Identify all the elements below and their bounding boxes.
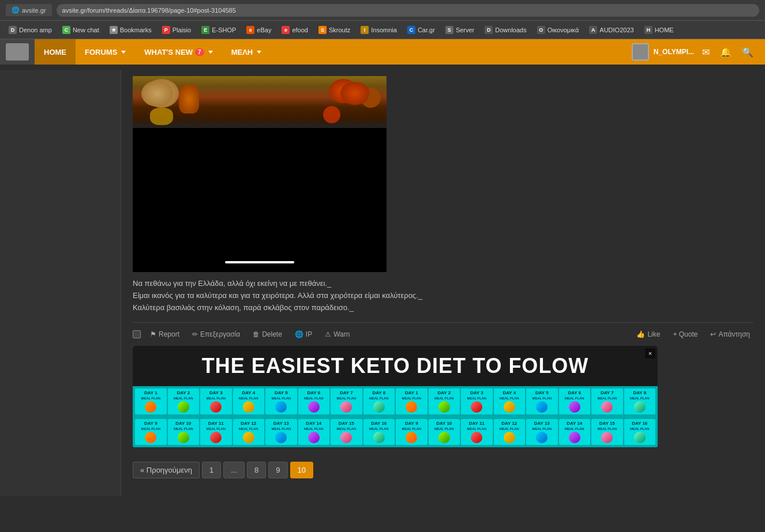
bookmark-skroutz[interactable]: S Skroutz bbox=[314, 25, 354, 35]
bookmark-downloads[interactable]: D Downloads bbox=[481, 25, 530, 35]
bookmark-insomnia[interactable]: I Insomnia bbox=[357, 25, 401, 35]
denon-icon: D bbox=[9, 26, 17, 34]
report-button[interactable]: Report bbox=[147, 329, 183, 340]
avatar bbox=[632, 43, 649, 61]
ip-button[interactable]: IP bbox=[291, 329, 316, 340]
tab-title: avsite.gr bbox=[22, 7, 46, 14]
page-8-button[interactable]: 8 bbox=[247, 462, 266, 478]
downloads-icon: D bbox=[485, 26, 493, 34]
ad-days-row2: DAY 9MEAL PLANDAY 10MEAL PLANDAY 11MEAL … bbox=[133, 417, 658, 447]
ad-day-3: DAY 11MEAL PLAN bbox=[200, 419, 232, 445]
ad-day-2: DAY 2MEAL PLAN bbox=[168, 388, 200, 414]
ad-close-button[interactable]: × bbox=[645, 348, 655, 359]
ad-day-8: DAY 8MEAL PLAN bbox=[363, 388, 395, 414]
nav-forums[interactable]: FORUMS bbox=[76, 39, 135, 65]
ad-day-6: DAY 6MEAL PLAN bbox=[298, 388, 330, 414]
ad-day-6: DAY 14MEAL PLAN bbox=[298, 419, 330, 445]
notifications-icon[interactable]: 🔔 bbox=[718, 44, 734, 60]
ad-headline: THE EASIEST KETO DIET TO FOLOW bbox=[133, 346, 658, 386]
page-10-button[interactable]: 10 bbox=[290, 462, 313, 478]
ad-day-9: DAY 1MEAL PLAN bbox=[396, 388, 427, 414]
bookmark-home[interactable]: H HOME bbox=[640, 25, 678, 35]
bookmark-oikonomika[interactable]: O Οικονομικά bbox=[533, 25, 583, 35]
post-checkbox[interactable] bbox=[133, 330, 141, 338]
post-video-player[interactable] bbox=[133, 128, 387, 272]
url-text: avsite.gr/forum/threads/Δίαιτα.196798/pa… bbox=[62, 7, 236, 14]
oikonomika-icon: O bbox=[537, 26, 545, 34]
ad-day-12: DAY 4MEAL PLAN bbox=[494, 388, 526, 414]
ad-day-4: DAY 4MEAL PLAN bbox=[233, 388, 265, 414]
ad-day-2: DAY 10MEAL PLAN bbox=[168, 419, 200, 445]
ad-day-7: DAY 15MEAL PLAN bbox=[331, 419, 362, 445]
ad-day-4: DAY 12MEAL PLAN bbox=[233, 419, 265, 445]
quote-button[interactable]: + Quote bbox=[669, 329, 701, 340]
ad-day-8: DAY 16MEAL PLAN bbox=[363, 419, 395, 445]
bookmark-bookmarks[interactable]: ★ Bookmarks bbox=[106, 25, 156, 35]
prev-page-button[interactable]: « Προηγούμενη bbox=[133, 462, 200, 478]
food-item-3 bbox=[329, 79, 358, 103]
post-text-content: Να πεθάνω για την Ελλάδα, αλλά όχι εκείν… bbox=[133, 278, 753, 314]
eshop-icon: E bbox=[201, 26, 209, 34]
page-9-button[interactable]: 9 bbox=[268, 462, 287, 478]
warn-icon bbox=[325, 330, 331, 338]
plaisio-icon: P bbox=[162, 26, 170, 34]
post-body: Να πεθάνω για την Ελλάδα, αλλά όχι εκείν… bbox=[121, 70, 765, 496]
ad-day-12: DAY 12MEAL PLAN bbox=[494, 419, 526, 445]
site-logo bbox=[0, 39, 35, 65]
warn-button[interactable]: Warn bbox=[321, 329, 353, 340]
bookmark-audio[interactable]: A AUDIO2023 bbox=[585, 25, 638, 35]
edit-button[interactable]: Επεξεργασία bbox=[189, 329, 243, 340]
report-icon bbox=[150, 330, 156, 338]
delete-button[interactable]: Delete bbox=[249, 329, 286, 340]
insomnia-icon: I bbox=[361, 26, 369, 34]
bookmark-newchat[interactable]: C New chat bbox=[58, 25, 103, 35]
bookmark-ebay[interactable]: e eBay bbox=[242, 25, 275, 35]
post-food-image bbox=[133, 76, 387, 128]
bookmark-eshop[interactable]: E E-SHOP bbox=[197, 25, 240, 35]
advertisement-banner[interactable]: × THE EASIEST KETO DIET TO FOLOW DAY 1ME… bbox=[133, 346, 658, 447]
cargr-icon: C bbox=[407, 26, 415, 34]
like-button[interactable]: Like bbox=[633, 329, 663, 340]
browser-tab[interactable]: 🌐 avsite.gr bbox=[6, 4, 52, 16]
ad-day-13: DAY 5MEAL PLAN bbox=[526, 388, 558, 414]
server-icon: S bbox=[445, 26, 453, 34]
page-ellipsis: ... bbox=[223, 462, 245, 478]
star-icon: ★ bbox=[110, 26, 118, 34]
skroutz-icon: S bbox=[318, 26, 327, 34]
browser-chrome: 🌐 avsite.gr avsite.gr/forum/threads/Δίαι… bbox=[0, 0, 765, 21]
ad-day-11: DAY 11MEAL PLAN bbox=[461, 419, 493, 445]
ad-day-3: DAY 3MEAL PLAN bbox=[200, 388, 232, 414]
bookmarks-bar: D Denon amp C New chat ★ Bookmarks P Pla… bbox=[0, 21, 765, 39]
tab-favicon: 🌐 bbox=[12, 6, 20, 14]
nav-members[interactable]: ΜΕΛΗ bbox=[222, 39, 271, 65]
ad-day-9: DAY 9MEAL PLAN bbox=[396, 419, 427, 445]
nav-whats-new[interactable]: WHAT'S NEW 7 bbox=[135, 39, 222, 65]
address-bar[interactable]: avsite.gr/forum/threads/Δίαιτα.196798/pa… bbox=[57, 4, 759, 17]
bookmark-cargr[interactable]: C Car.gr bbox=[403, 25, 439, 35]
food-item-1 bbox=[141, 81, 173, 107]
bookmark-plaisio[interactable]: P Plaisio bbox=[158, 25, 195, 35]
messages-icon[interactable]: ✉ bbox=[700, 44, 712, 60]
post-line-3: Καλύτερα βασιλιάς στην κόλαση, παρά σκλά… bbox=[133, 302, 753, 314]
post-area: Να πεθάνω για την Ελλάδα, αλλά όχι εκείν… bbox=[0, 65, 765, 501]
food-item-2 bbox=[179, 85, 199, 114]
nav-home[interactable]: HOME bbox=[35, 39, 76, 65]
ad-day-1: DAY 1MEAL PLAN bbox=[135, 388, 167, 414]
search-icon[interactable]: 🔍 bbox=[740, 44, 756, 60]
edit-icon bbox=[192, 330, 198, 338]
ad-day-1: DAY 9MEAL PLAN bbox=[135, 419, 167, 445]
user-avatar-area[interactable]: N_OLYMPI... bbox=[632, 43, 694, 61]
ad-day-13: DAY 13MEAL PLAN bbox=[526, 419, 558, 445]
ad-day-10: DAY 10MEAL PLAN bbox=[429, 419, 460, 445]
reply-button[interactable]: Απάντηση bbox=[707, 329, 753, 340]
bookmark-server[interactable]: S Server bbox=[441, 25, 478, 35]
delete-icon bbox=[253, 330, 260, 338]
main-content: Να πεθάνω για την Ελλάδα, αλλά όχι εκείν… bbox=[0, 65, 765, 501]
ad-day-15: DAY 7MEAL PLAN bbox=[591, 388, 623, 414]
page-1-button[interactable]: 1 bbox=[202, 462, 221, 478]
bookmark-denon[interactable]: D Denon amp bbox=[5, 25, 56, 35]
video-progress-bar bbox=[225, 261, 294, 263]
audio-icon: A bbox=[589, 26, 597, 34]
ip-icon bbox=[295, 330, 303, 338]
bookmark-efood[interactable]: e efood bbox=[278, 25, 312, 35]
